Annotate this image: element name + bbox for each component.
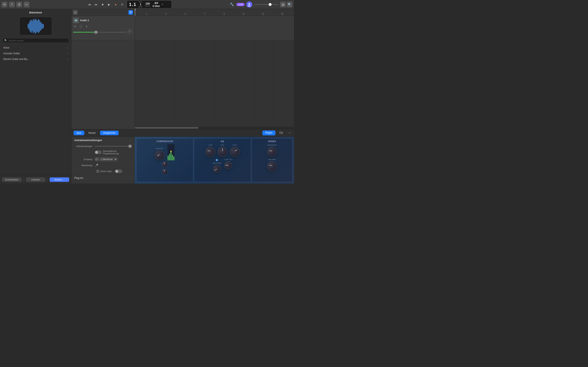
- volume-fader[interactable]: [73, 29, 133, 35]
- search-bar[interactable]: 🔍: [2, 38, 69, 43]
- eq-mid-knob[interactable]: [217, 147, 228, 157]
- sidebar-item-label: Acoustic Guitar: [3, 52, 20, 55]
- tab-spur[interactable]: Spur: [73, 131, 84, 135]
- compressor-amount-knob[interactable]: [155, 150, 165, 160]
- tab-regler[interactable]: Regler: [262, 131, 275, 135]
- settings-panel: Aufnahmeeinstellungen ⌄ Aufnahmepegel:: [71, 137, 135, 184]
- record-button[interactable]: ●: [113, 2, 119, 7]
- eq-mid-freq-knob[interactable]: [213, 165, 221, 173]
- sends-ambience-knob[interactable]: [267, 147, 277, 157]
- rewind-button[interactable]: ⏮: [87, 2, 93, 7]
- track-area: + Audio 1 M 🎧: [71, 9, 294, 129]
- horizontal-scrollbar[interactable]: [135, 127, 294, 129]
- ruler-mark-15: 15: [273, 13, 292, 15]
- add-track-button[interactable]: +: [73, 10, 78, 15]
- bottom-content: Aufnahmeeinstellungen ⌄ Aufnahmepegel:: [71, 137, 294, 184]
- tab-vergleichen[interactable]: Vergleichen: [100, 131, 119, 135]
- track-item-header: Audio 1: [73, 17, 133, 23]
- stop-button[interactable]: ■: [100, 2, 105, 7]
- email-icon[interactable]: ✉: [2, 2, 7, 7]
- compressor-title: COMPRESSOR: [156, 140, 173, 142]
- input-select[interactable]: 1 (MacBook: [98, 157, 117, 161]
- avatar-button[interactable]: [246, 1, 252, 8]
- settings-icon[interactable]: ⚙: [16, 2, 22, 7]
- track-filter-button[interactable]: [129, 10, 133, 15]
- view-list-icon[interactable]: ▤: [280, 2, 286, 7]
- auto-level-row: Automatische Pegelsteuerung: [71, 149, 135, 156]
- record-arm-button[interactable]: ⬇: [85, 25, 89, 29]
- noise-gate-label: Noise Gate: [100, 170, 112, 173]
- sidebar-item-label: Electric Guitar and Ba...: [3, 58, 29, 60]
- recording-section-header[interactable]: Aufnahmeeinstellungen ⌄: [71, 137, 135, 144]
- sends-reverb-knob[interactable]: [267, 161, 277, 171]
- play-button[interactable]: ▶: [106, 2, 112, 7]
- account-button[interactable]: 1234: [236, 3, 245, 6]
- auto-level-toggle[interactable]: [95, 150, 102, 154]
- sidebar-item-acoustic-guitar[interactable]: Acoustic Guitar ›: [0, 50, 71, 56]
- compressor-knob-3[interactable]: [162, 169, 168, 175]
- eq-low-cut-knob[interactable]: [224, 161, 232, 169]
- headphone-icon[interactable]: 🎧: [79, 25, 83, 29]
- view-search-icon[interactable]: 🔍: [287, 2, 292, 7]
- microphone-icon[interactable]: 🎤: [95, 164, 98, 167]
- compressor-knob-2[interactable]: [162, 161, 168, 167]
- tab-eq[interactable]: EQ: [277, 131, 286, 135]
- sidebar-item-voice[interactable]: Voice ›: [0, 45, 71, 50]
- plugins-row[interactable]: Plug-ins ›: [71, 175, 135, 182]
- audio-track-icon: [73, 17, 79, 23]
- ruler-marks: 1 3 5 7 9 11 13 15: [135, 13, 294, 15]
- pan-knob[interactable]: [127, 29, 133, 35]
- recording-level-slider[interactable]: [95, 146, 132, 147]
- tab-master[interactable]: Master: [86, 131, 99, 135]
- edit-pencil-button[interactable]: ✏: [287, 131, 292, 135]
- toggle-knob: [115, 170, 118, 173]
- noise-gate-checkbox[interactable]: [96, 170, 99, 173]
- save-button[interactable]: Sichern ...: [50, 177, 69, 182]
- waveform-bar: [39, 20, 40, 32]
- input-circle-button[interactable]: ○: [95, 157, 98, 161]
- search-icon: 🔍: [4, 39, 7, 42]
- loop-button[interactable]: ↻: [120, 2, 125, 7]
- reset-button[interactable]: Zurücksetzen: [2, 177, 22, 182]
- noise-gate-checkbox-label[interactable]: Noise Gate: [96, 170, 112, 173]
- eq-high-knob[interactable]: [230, 147, 240, 157]
- transport-controls: ⏮ ⏭ ■ ▶ ● ↻: [87, 2, 125, 7]
- noise-gate-toggle[interactable]: [115, 169, 122, 173]
- playhead[interactable]: [135, 9, 135, 16]
- brightness-slider[interactable]: [254, 2, 278, 7]
- ruler-mark-5: 5: [176, 13, 195, 15]
- ruler-mark-11: 11: [234, 13, 253, 15]
- chevron-right-icon: ›: [67, 52, 68, 55]
- ruler-mark-3: 3: [156, 13, 176, 15]
- bottom-tabs: Spur Master Vergleichen Regler EQ ✏: [71, 129, 294, 137]
- eq-mid-group: MID: [217, 144, 228, 157]
- time-signature[interactable]: 4/4 C-Dur: [153, 1, 160, 8]
- input-row: Eingang: ○ 1 (MacBook: [71, 156, 135, 162]
- eq-low-knob[interactable]: [205, 147, 215, 157]
- fast-forward-button[interactable]: ⏭: [93, 2, 99, 7]
- waveform-bar: [42, 24, 43, 29]
- sends-section: SENDS AMBIENCE REVERB: [252, 138, 292, 182]
- mute-button[interactable]: M: [73, 25, 77, 29]
- fader-thumb[interactable]: [94, 31, 98, 34]
- noise-gate-row: Noise Gate: [71, 168, 135, 174]
- help-icon[interactable]: ?: [9, 2, 15, 7]
- search-input[interactable]: [8, 39, 67, 42]
- monitoring-row: Monitoring: 🎤: [71, 162, 135, 168]
- playhead-triangle: [135, 9, 136, 11]
- waveform-bar: [43, 24, 44, 28]
- effects-sections: COMPRESSOR AMOUNT: [135, 137, 294, 184]
- signature-dropdown[interactable]: ▾: [162, 3, 163, 6]
- scissors-icon[interactable]: ✂: [24, 2, 29, 7]
- tuner-button[interactable]: 🔧: [229, 2, 235, 7]
- eq-high-group: HIGH: [230, 144, 240, 157]
- slider-thumb[interactable]: [129, 145, 132, 148]
- scrollbar-thumb[interactable]: [135, 127, 199, 129]
- sidebar: Bibliothek: [0, 9, 71, 184]
- sidebar-item-electric-guitar[interactable]: Electric Guitar and Ba... ›: [0, 56, 71, 62]
- waveform-bar: [33, 19, 34, 33]
- delete-button[interactable]: Löschen: [26, 177, 45, 182]
- tempo-display[interactable]: 120 TEMPO: [145, 2, 150, 7]
- timeline-content[interactable]: [135, 16, 294, 127]
- compressor-section: COMPRESSOR AMOUNT: [136, 138, 193, 182]
